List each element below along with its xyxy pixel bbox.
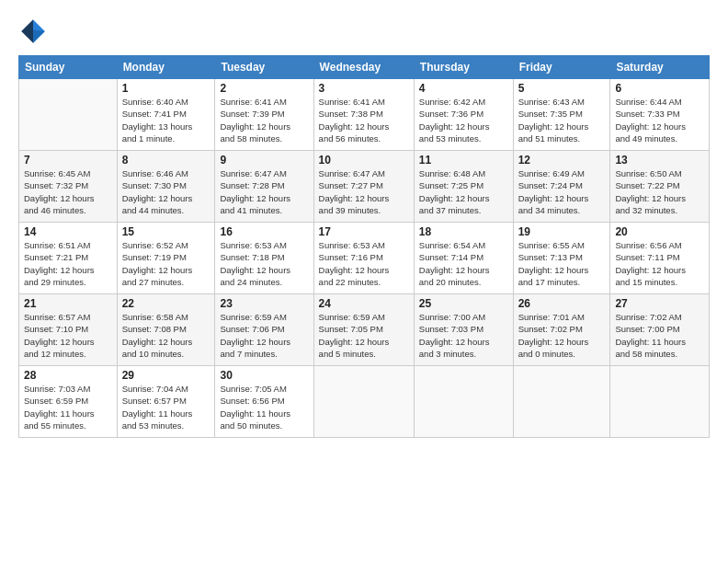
svg-marker-1 — [21, 19, 33, 43]
calendar-cell: 25Sunrise: 7:00 AM Sunset: 7:03 PM Dayli… — [414, 294, 513, 366]
day-number: 12 — [518, 154, 606, 167]
calendar-cell: 27Sunrise: 7:02 AM Sunset: 7:00 PM Dayli… — [610, 294, 710, 366]
day-info: Sunrise: 6:43 AM Sunset: 7:35 PM Dayligh… — [518, 96, 606, 144]
week-row-1: 1Sunrise: 6:40 AM Sunset: 7:41 PM Daylig… — [19, 79, 710, 151]
day-info: Sunrise: 6:56 AM Sunset: 7:11 PM Dayligh… — [615, 239, 704, 288]
page: SundayMondayTuesdayWednesdayThursdayFrid… — [0, 0, 728, 563]
calendar-cell: 21Sunrise: 6:57 AM Sunset: 7:10 PM Dayli… — [19, 294, 118, 366]
logo — [18, 17, 51, 46]
day-info: Sunrise: 6:59 AM Sunset: 7:06 PM Dayligh… — [220, 311, 308, 360]
day-info: Sunrise: 6:50 AM Sunset: 7:22 PM Dayligh… — [615, 167, 704, 216]
day-info: Sunrise: 6:40 AM Sunset: 7:41 PM Dayligh… — [122, 96, 210, 144]
header — [18, 17, 710, 46]
day-number: 9 — [220, 154, 308, 167]
day-number: 27 — [615, 297, 704, 310]
calendar-cell — [313, 366, 414, 438]
week-row-4: 21Sunrise: 6:57 AM Sunset: 7:10 PM Dayli… — [19, 294, 710, 366]
day-number: 1 — [122, 82, 210, 95]
calendar-cell — [610, 366, 710, 438]
week-row-2: 7Sunrise: 6:45 AM Sunset: 7:32 PM Daylig… — [19, 151, 710, 223]
day-info: Sunrise: 6:55 AM Sunset: 7:13 PM Dayligh… — [518, 239, 606, 288]
day-number: 29 — [122, 369, 210, 382]
day-number: 4 — [419, 82, 508, 95]
day-info: Sunrise: 6:42 AM Sunset: 7:36 PM Dayligh… — [419, 96, 508, 144]
calendar-cell: 29Sunrise: 7:04 AM Sunset: 6:57 PM Dayli… — [117, 366, 215, 438]
calendar-cell: 5Sunrise: 6:43 AM Sunset: 7:35 PM Daylig… — [513, 79, 610, 151]
calendar-cell: 9Sunrise: 6:47 AM Sunset: 7:28 PM Daylig… — [215, 151, 313, 223]
calendar-cell: 6Sunrise: 6:44 AM Sunset: 7:33 PM Daylig… — [610, 79, 710, 151]
day-number: 23 — [220, 297, 308, 310]
weekday-header-saturday: Saturday — [610, 56, 710, 79]
day-number: 20 — [615, 225, 704, 238]
day-number: 6 — [615, 82, 704, 95]
calendar-cell: 7Sunrise: 6:45 AM Sunset: 7:32 PM Daylig… — [19, 151, 118, 223]
calendar-cell: 13Sunrise: 6:50 AM Sunset: 7:22 PM Dayli… — [610, 151, 710, 223]
calendar-cell: 2Sunrise: 6:41 AM Sunset: 7:39 PM Daylig… — [215, 79, 313, 151]
day-info: Sunrise: 7:01 AM Sunset: 7:02 PM Dayligh… — [518, 311, 606, 360]
calendar-cell: 20Sunrise: 6:56 AM Sunset: 7:11 PM Dayli… — [610, 223, 710, 294]
calendar-cell: 3Sunrise: 6:41 AM Sunset: 7:38 PM Daylig… — [313, 79, 414, 151]
day-number: 14 — [24, 225, 112, 238]
day-number: 19 — [518, 225, 606, 238]
day-number: 24 — [319, 297, 409, 310]
calendar-cell: 28Sunrise: 7:03 AM Sunset: 6:59 PM Dayli… — [19, 366, 118, 438]
day-info: Sunrise: 6:58 AM Sunset: 7:08 PM Dayligh… — [122, 311, 210, 360]
day-number: 21 — [24, 297, 112, 310]
calendar-cell: 17Sunrise: 6:53 AM Sunset: 7:16 PM Dayli… — [313, 223, 414, 294]
day-number: 3 — [319, 82, 409, 95]
day-number: 7 — [24, 154, 112, 167]
day-number: 11 — [419, 154, 508, 167]
day-number: 15 — [122, 225, 210, 238]
logo-icon — [18, 17, 48, 46]
weekday-header-thursday: Thursday — [414, 56, 513, 79]
weekday-header-row: SundayMondayTuesdayWednesdayThursdayFrid… — [19, 56, 710, 79]
weekday-header-wednesday: Wednesday — [313, 56, 414, 79]
week-row-3: 14Sunrise: 6:51 AM Sunset: 7:21 PM Dayli… — [19, 223, 710, 294]
day-number: 5 — [518, 82, 606, 95]
day-info: Sunrise: 7:00 AM Sunset: 7:03 PM Dayligh… — [419, 311, 508, 360]
day-info: Sunrise: 7:03 AM Sunset: 6:59 PM Dayligh… — [24, 383, 112, 431]
day-info: Sunrise: 6:49 AM Sunset: 7:24 PM Dayligh… — [518, 167, 606, 216]
day-info: Sunrise: 6:44 AM Sunset: 7:33 PM Dayligh… — [615, 96, 704, 144]
calendar-cell: 10Sunrise: 6:47 AM Sunset: 7:27 PM Dayli… — [313, 151, 414, 223]
calendar-cell: 4Sunrise: 6:42 AM Sunset: 7:36 PM Daylig… — [414, 79, 513, 151]
calendar-cell — [513, 366, 610, 438]
weekday-header-sunday: Sunday — [19, 56, 118, 79]
calendar-cell: 14Sunrise: 6:51 AM Sunset: 7:21 PM Dayli… — [19, 223, 118, 294]
weekday-header-monday: Monday — [117, 56, 215, 79]
day-info: Sunrise: 6:59 AM Sunset: 7:05 PM Dayligh… — [319, 311, 409, 360]
calendar-cell: 24Sunrise: 6:59 AM Sunset: 7:05 PM Dayli… — [313, 294, 414, 366]
day-number: 26 — [518, 297, 606, 310]
day-info: Sunrise: 6:48 AM Sunset: 7:25 PM Dayligh… — [419, 167, 508, 216]
calendar-cell: 19Sunrise: 6:55 AM Sunset: 7:13 PM Dayli… — [513, 223, 610, 294]
day-info: Sunrise: 6:57 AM Sunset: 7:10 PM Dayligh… — [24, 311, 112, 360]
day-number: 16 — [220, 225, 308, 238]
calendar-cell: 11Sunrise: 6:48 AM Sunset: 7:25 PM Dayli… — [414, 151, 513, 223]
calendar-cell: 18Sunrise: 6:54 AM Sunset: 7:14 PM Dayli… — [414, 223, 513, 294]
day-info: Sunrise: 6:47 AM Sunset: 7:28 PM Dayligh… — [220, 167, 308, 216]
day-number: 25 — [419, 297, 508, 310]
day-number: 13 — [615, 154, 704, 167]
calendar-cell: 16Sunrise: 6:53 AM Sunset: 7:18 PM Dayli… — [215, 223, 313, 294]
day-number: 28 — [24, 369, 112, 382]
calendar-cell: 8Sunrise: 6:46 AM Sunset: 7:30 PM Daylig… — [117, 151, 215, 223]
day-number: 22 — [122, 297, 210, 310]
day-info: Sunrise: 6:54 AM Sunset: 7:14 PM Dayligh… — [419, 239, 508, 288]
calendar-cell: 1Sunrise: 6:40 AM Sunset: 7:41 PM Daylig… — [117, 79, 215, 151]
calendar-cell: 23Sunrise: 6:59 AM Sunset: 7:06 PM Dayli… — [215, 294, 313, 366]
day-info: Sunrise: 6:52 AM Sunset: 7:19 PM Dayligh… — [122, 239, 210, 288]
calendar-cell: 15Sunrise: 6:52 AM Sunset: 7:19 PM Dayli… — [117, 223, 215, 294]
calendar-cell — [414, 366, 513, 438]
day-number: 8 — [122, 154, 210, 167]
day-info: Sunrise: 6:51 AM Sunset: 7:21 PM Dayligh… — [24, 239, 112, 288]
day-info: Sunrise: 6:47 AM Sunset: 7:27 PM Dayligh… — [319, 167, 409, 216]
day-number: 18 — [419, 225, 508, 238]
calendar-cell: 12Sunrise: 6:49 AM Sunset: 7:24 PM Dayli… — [513, 151, 610, 223]
day-info: Sunrise: 6:45 AM Sunset: 7:32 PM Dayligh… — [24, 167, 112, 216]
calendar-cell: 30Sunrise: 7:05 AM Sunset: 6:56 PM Dayli… — [215, 366, 313, 438]
weekday-header-tuesday: Tuesday — [215, 56, 313, 79]
weekday-header-friday: Friday — [513, 56, 610, 79]
day-number: 17 — [319, 225, 409, 238]
calendar-cell: 22Sunrise: 6:58 AM Sunset: 7:08 PM Dayli… — [117, 294, 215, 366]
day-info: Sunrise: 7:04 AM Sunset: 6:57 PM Dayligh… — [122, 383, 210, 431]
